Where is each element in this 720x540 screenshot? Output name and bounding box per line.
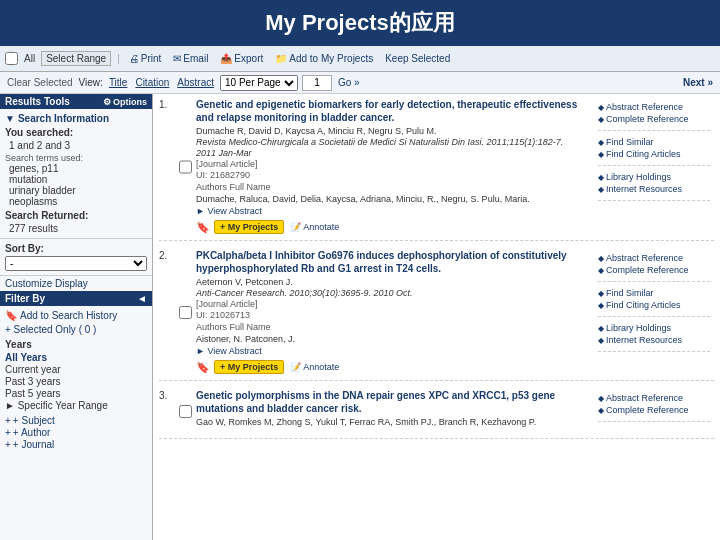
- top-toolbar: All Select Range | 🖨 Print ✉ Email 📤 Exp…: [0, 46, 720, 72]
- search-info-arrow: ▼: [5, 113, 15, 124]
- title-view-button[interactable]: Title: [107, 76, 130, 89]
- result-1-checkbox[interactable]: [179, 100, 192, 234]
- result-1-date: 2011 Jan-Mar: [196, 148, 594, 158]
- result-1-annotate-btn[interactable]: 📝 Annotate: [288, 221, 341, 233]
- keep-selected-button[interactable]: Keep Selected: [382, 52, 453, 65]
- export-button[interactable]: 📤 Export: [217, 52, 266, 65]
- internet-resources-link-2[interactable]: ◆ Internet Resources: [598, 335, 710, 345]
- print-button[interactable]: 🖨 Print: [126, 52, 165, 65]
- diamond-icon-2e: ◆: [598, 324, 604, 333]
- add-history-icon: 🔖: [5, 310, 17, 321]
- past-5-item[interactable]: Past 5 years: [5, 388, 147, 399]
- library-holdings-link-1[interactable]: ◆ Library Holdings: [598, 172, 710, 182]
- per-page-select[interactable]: 10 Per Page 20 Per Page 50 Per Page: [220, 75, 298, 91]
- result-2-authors-full: Aistoner, N. Patconen, J.: [196, 334, 594, 344]
- internet-resources-link-1[interactable]: ◆ Internet Resources: [598, 184, 710, 194]
- search-info-header[interactable]: ▼ Search Information: [5, 113, 147, 124]
- author-plus-icon: +: [5, 427, 11, 438]
- gene-term: genes, p11: [9, 163, 147, 174]
- abstract-view-button[interactable]: Abstract: [175, 76, 216, 89]
- options-button[interactable]: ⚙ Options: [103, 97, 147, 107]
- result-2-authors-full-label: Authors Full Name: [196, 322, 594, 332]
- add-to-projects-button[interactable]: 📁 Add to My Projects: [272, 52, 376, 65]
- page-number-input[interactable]: 1: [302, 75, 332, 91]
- result-2-checkbox[interactable]: [179, 251, 192, 374]
- result-1-right-section-3: ◆ Library Holdings ◆ Internet Resources: [598, 172, 710, 201]
- abstract-ref-link-1[interactable]: ◆ Abstract Reference: [598, 102, 710, 112]
- sort-select[interactable]: - Author Date Title: [5, 256, 147, 271]
- all-years-item[interactable]: All Years: [5, 352, 147, 363]
- search-returned-label: Search Returned:: [5, 210, 147, 221]
- filter-arrow[interactable]: ◄: [137, 293, 147, 304]
- abstract-ref-link-3[interactable]: ◆ Abstract Reference: [598, 393, 710, 403]
- selected-only-btn[interactable]: + Selected Only ( 0 ): [5, 324, 147, 335]
- current-year-item[interactable]: Current year: [5, 364, 147, 375]
- filter-by-label: Filter By: [5, 293, 45, 304]
- complete-ref-link-3[interactable]: ◆ Complete Reference: [598, 405, 710, 415]
- result-item-3: 3. Genetic polymorphisms in the DNA repa…: [159, 389, 714, 439]
- main-layout: Results Tools ⚙ Options ▼ Search Informa…: [0, 94, 720, 540]
- find-similar-link-2[interactable]: ◆ Find Similar: [598, 288, 710, 298]
- add-search-history-btn[interactable]: 🔖 Add to Search History: [5, 310, 147, 321]
- mutation-term: mutation: [9, 174, 147, 185]
- find-similar-link-1[interactable]: ◆ Find Similar: [598, 137, 710, 147]
- find-citing-link-1[interactable]: ◆ Find Citing Articles: [598, 149, 710, 159]
- past-3-label: Past 3 years: [5, 376, 61, 387]
- result-1-authors-full: Dumache, Raluca, David, Delia, Kaycsa, A…: [196, 194, 594, 204]
- diamond-icon-3a: ◆: [598, 394, 604, 403]
- subject-plus-icon: +: [5, 415, 11, 426]
- result-2-title[interactable]: PKCalpha/beta I Inhibitor Go6976 induces…: [196, 249, 594, 275]
- customize-display-link[interactable]: Customize Display: [0, 276, 152, 291]
- citation-view-button[interactable]: Citation: [133, 76, 171, 89]
- search-terms-used-label: Search terms used:: [5, 153, 147, 163]
- result-3-content: Genetic polymorphisms in the DNA repair …: [196, 389, 594, 432]
- result-1-actions: 🔖 + My Projects 📝 Annotate: [196, 220, 594, 234]
- diamond-icon-2b: ◆: [598, 266, 604, 275]
- search-information-section: ▼ Search Information You searched: 1 and…: [0, 109, 152, 239]
- library-holdings-link-2[interactable]: ◆ Library Holdings: [598, 323, 710, 333]
- journal-filter[interactable]: + + Journal: [5, 439, 147, 450]
- page-header: My Projects的应用: [0, 0, 720, 46]
- result-2-view-abstract[interactable]: ► View Abstract: [196, 346, 262, 356]
- clear-selected-button[interactable]: Clear Selected: [5, 76, 75, 89]
- result-1-my-projects-btn[interactable]: + My Projects: [214, 220, 284, 234]
- result-1-right-section-1: ◆ Abstract Reference ◆ Complete Referenc…: [598, 102, 710, 131]
- result-2-content: PKCalpha/beta I Inhibitor Go6976 induces…: [196, 249, 594, 374]
- result-1-view-abstract[interactable]: ► View Abstract: [196, 206, 262, 216]
- past-3-item[interactable]: Past 3 years: [5, 376, 147, 387]
- email-button[interactable]: ✉ Email: [170, 52, 211, 65]
- result-1-ui: UI: 21682790: [196, 170, 594, 180]
- you-searched-label: You searched:: [5, 127, 147, 138]
- complete-ref-link-1[interactable]: ◆ Complete Reference: [598, 114, 710, 124]
- diamond-icon-1f: ◆: [598, 185, 604, 194]
- abstract-ref-link-2[interactable]: ◆ Abstract Reference: [598, 253, 710, 263]
- diamond-icon-1a: ◆: [598, 103, 604, 112]
- result-1-journal: Revista Medico-Chirurgicala a Societatii…: [196, 137, 594, 147]
- result-1-title[interactable]: Genetic and epigenetic biomarkers for ea…: [196, 98, 594, 124]
- diamond-icon-1d: ◆: [598, 150, 604, 159]
- results-area: 1. Genetic and epigenetic biomarkers for…: [153, 94, 720, 540]
- result-1-right-links: ◆ Abstract Reference ◆ Complete Referenc…: [594, 98, 714, 234]
- result-2-authors: Aeternon V, Petconen J.: [196, 277, 594, 287]
- result-2-right-links: ◆ Abstract Reference ◆ Complete Referenc…: [594, 249, 714, 374]
- result-3-title[interactable]: Genetic polymorphisms in the DNA repair …: [196, 389, 594, 415]
- result-2-type: [Journal Article]: [196, 299, 594, 309]
- select-range-button[interactable]: Select Range: [41, 51, 111, 66]
- results-tools-header: Results Tools ⚙ Options: [0, 94, 152, 109]
- result-2-my-projects-btn[interactable]: + My Projects: [214, 360, 284, 374]
- result-2-annotate-btn[interactable]: 📝 Annotate: [288, 361, 341, 373]
- go-button[interactable]: Go »: [336, 76, 362, 89]
- author-filter[interactable]: + + Author: [5, 427, 147, 438]
- select-all-checkbox[interactable]: [5, 52, 18, 65]
- find-citing-link-2[interactable]: ◆ Find Citing Articles: [598, 300, 710, 310]
- subject-filter[interactable]: + + Subject: [5, 415, 147, 426]
- sort-by-section: Sort By: - Author Date Title: [0, 239, 152, 276]
- result-3-checkbox[interactable]: [179, 391, 192, 432]
- left-sidebar: Results Tools ⚙ Options ▼ Search Informa…: [0, 94, 153, 540]
- urinary-term: urinary bladder: [9, 185, 147, 196]
- next-button[interactable]: Next »: [681, 76, 715, 89]
- results-count: 277 results: [9, 223, 147, 234]
- complete-ref-link-2[interactable]: ◆ Complete Reference: [598, 265, 710, 275]
- sub-toolbar: Clear Selected View: Title Citation Abst…: [0, 72, 720, 94]
- specific-range-item[interactable]: ► Specific Year Range: [5, 400, 147, 411]
